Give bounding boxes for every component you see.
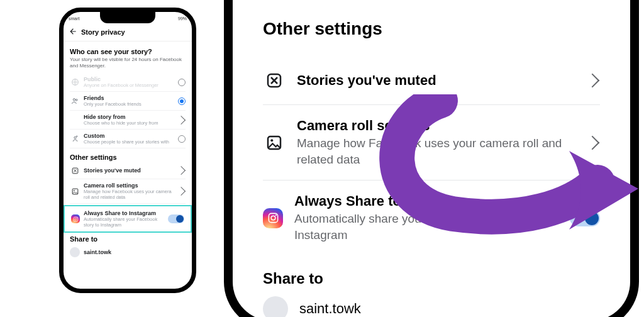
muted-icon (70, 165, 80, 175)
who-can-see-heading: Who can see your story? (70, 48, 186, 55)
svg-point-9 (77, 217, 77, 218)
option-custom[interactable]: Custom Choose people to share your stori… (70, 130, 186, 148)
radio-friends[interactable] (178, 97, 186, 105)
highlight-box: Always Share to Instagram Automatically … (64, 205, 192, 233)
zoom-row-share-instagram[interactable]: Always Share to Instagram Automatically … (263, 181, 600, 255)
option-friends-desc: Only your Facebook friends (84, 101, 174, 107)
option-hide-from[interactable]: Hide story from Choose who to hide your … (70, 111, 186, 130)
svg-point-6 (74, 190, 75, 191)
back-icon[interactable] (69, 27, 77, 37)
zoom-ig-title: Always Share to Instagram (294, 193, 558, 209)
row-muted[interactable]: Stories you've muted (70, 162, 186, 179)
zoom-muted-title: Stories you've muted (297, 72, 576, 89)
globe-icon (70, 77, 80, 87)
top-bar: Story privacy (64, 25, 192, 42)
instagram-icon (71, 214, 80, 223)
zoom-row-share-user[interactable]: saint.towk (263, 294, 600, 317)
avatar (263, 296, 288, 317)
zoom-other-settings-heading: Other settings (263, 19, 600, 39)
carrier-label: smart (69, 16, 80, 21)
radio-custom[interactable] (178, 135, 186, 143)
option-friends[interactable]: Friends Only your Facebook friends (70, 92, 186, 111)
option-friends-title: Friends (84, 95, 174, 101)
row-share-instagram[interactable]: Always Share to Instagram Automatically … (71, 209, 184, 229)
svg-point-1 (73, 99, 75, 101)
friends-icon (70, 96, 80, 106)
row-ig-title: Always Share to Instagram (84, 210, 164, 216)
option-public-title: Public (84, 76, 174, 82)
zoom-camera-title: Camera roll settings (297, 118, 576, 134)
option-custom-title: Custom (84, 133, 174, 139)
zoom-share-to-heading: Share to (263, 270, 600, 287)
option-public[interactable]: Public Anyone on Facebook or Messenger (70, 73, 186, 92)
share-to-heading: Share to (70, 235, 186, 243)
battery-label: 99% (178, 16, 187, 21)
other-settings-heading: Other settings (70, 153, 186, 161)
camera-roll-icon (70, 186, 80, 196)
radio-public[interactable] (178, 79, 186, 86)
instagram-icon (263, 208, 283, 228)
chevron-right-icon (177, 187, 186, 196)
avatar (70, 247, 80, 257)
row-camera-title: Camera roll settings (84, 182, 174, 189)
zoom-ig-desc: Automatically share your Facebook story … (294, 211, 558, 243)
camera-roll-icon (263, 131, 286, 154)
phone-mockup: smart 99% Story privacy Who can see your… (59, 8, 196, 293)
row-ig-desc: Automatically share your Facebook story … (84, 216, 164, 228)
zoom-toggle-share-instagram[interactable] (570, 210, 600, 226)
zoom-share-user-name: saint.towk (299, 301, 600, 317)
svg-point-2 (75, 99, 77, 101)
svg-point-14 (271, 216, 275, 221)
phone-notch (100, 12, 155, 23)
svg-point-3 (74, 136, 75, 138)
row-camera-desc: Manage how Facebook uses your camera rol… (84, 189, 174, 200)
svg-point-8 (75, 218, 77, 220)
option-hide-desc: Choose who to hide your story from (84, 120, 174, 126)
row-share-user[interactable]: saint.towk (70, 244, 186, 260)
zoom-row-camera-roll[interactable]: Camera roll settings Manage how Facebook… (263, 105, 600, 181)
chevron-right-icon (586, 135, 600, 150)
row-muted-title: Stories you've muted (84, 167, 174, 174)
zoom-row-muted[interactable]: Stories you've muted (263, 57, 600, 105)
chevron-right-icon (177, 115, 186, 124)
zoom-camera-desc: Manage how Facebook uses your camera rol… (297, 135, 576, 167)
option-custom-desc: Choose people to share your stories with (84, 139, 174, 145)
chevron-right-icon (586, 74, 600, 88)
toggle-share-instagram[interactable] (168, 214, 184, 223)
option-hide-title: Hide story from (84, 114, 174, 120)
who-can-see-subtitle: Your story will be visible for 24 hours … (70, 57, 186, 69)
svg-point-12 (270, 139, 273, 142)
muted-icon (263, 69, 286, 92)
chevron-right-icon (177, 166, 186, 175)
page-title: Story privacy (81, 28, 125, 36)
share-user-name: saint.towk (84, 249, 186, 255)
option-public-desc: Anyone on Facebook or Messenger (84, 82, 174, 88)
custom-icon (70, 134, 80, 144)
svg-point-15 (275, 215, 276, 216)
zoom-panel: Other settings Stories you've muted Came… (224, 0, 639, 317)
hide-icon (70, 115, 80, 125)
row-camera-roll[interactable]: Camera roll settings Manage how Facebook… (70, 179, 186, 204)
